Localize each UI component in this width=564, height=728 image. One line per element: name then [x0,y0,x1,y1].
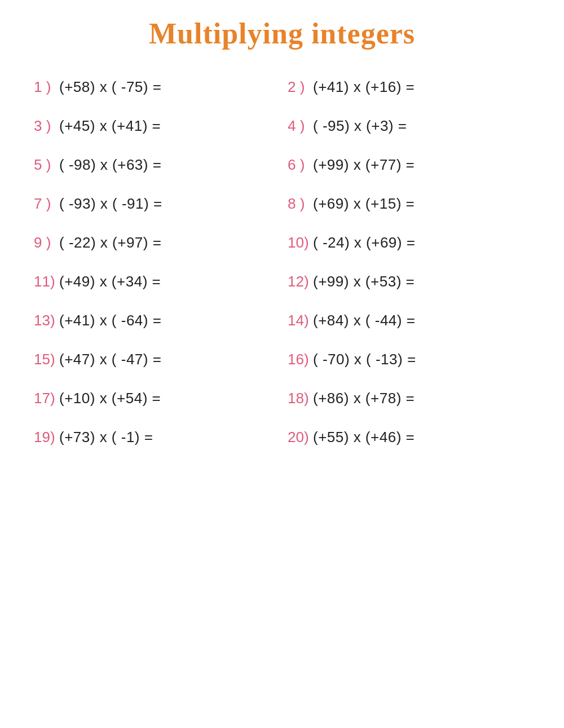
problem-expression: (+86) x (+78) = [313,390,415,407]
problem-number: 7 ) [34,195,59,213]
problem-expression: ( -93) x ( -91) = [59,195,162,213]
problem-number: 4 ) [288,117,313,135]
problem-item: 2 )(+41) x (+16) = [288,73,530,102]
problem-number: 6 ) [288,156,313,174]
problem-expression: (+99) x (+77) = [313,156,415,174]
problem-number: 10) [288,234,313,252]
problem-item: 14)(+84) x ( -44) = [288,306,530,335]
problem-item: 19)(+73) x ( -1) = [34,423,276,452]
page-title: Multiplying integers [23,11,541,50]
problem-item: 4 )( -95) x (+3) = [288,112,530,140]
problem-number: 9 ) [34,234,59,252]
problem-expression: (+47) x ( -47) = [59,351,161,368]
problem-item: 13)(+41) x ( -64) = [34,306,276,335]
problem-expression: ( -70) x ( -13) = [313,351,416,368]
problem-item: 7 )( -93) x ( -91) = [34,189,276,218]
problem-expression: (+69) x (+15) = [313,195,415,213]
problem-number: 17) [34,390,59,407]
problem-item: 10)( -24) x (+69) = [288,228,530,257]
problem-item: 5 )( -98) x (+63) = [34,151,276,179]
problem-item: 11)(+49) x (+34) = [34,267,276,296]
problem-item: 6 )(+99) x (+77) = [288,151,530,179]
problem-expression: (+58) x ( -75) = [59,78,161,96]
problem-expression: ( -95) x (+3) = [313,117,407,135]
problem-number: 20) [288,429,313,446]
problem-expression: (+41) x (+16) = [313,78,415,96]
problem-number: 15) [34,351,59,368]
problem-expression: (+73) x ( -1) = [59,429,153,446]
problem-expression: ( -22) x (+97) = [59,234,161,252]
problem-expression: (+55) x (+46) = [313,429,415,446]
problem-item: 12)(+99) x (+53) = [288,267,530,296]
problem-expression: (+49) x (+34) = [59,273,161,290]
problem-item: 8 )(+69) x (+15) = [288,189,530,218]
problem-number: 1 ) [34,78,59,96]
problem-expression: (+99) x (+53) = [313,273,415,290]
problem-number: 19) [34,429,59,446]
problem-item: 17)(+10) x (+54) = [34,384,276,413]
problem-item: 15)(+47) x ( -47) = [34,345,276,374]
problem-item: 1 )(+58) x ( -75) = [34,73,276,102]
problem-number: 8 ) [288,195,313,213]
problems-grid: 1 )(+58) x ( -75) =2 )(+41) x (+16) =3 )… [23,73,541,452]
problem-expression: (+45) x (+41) = [59,117,161,135]
problem-number: 14) [288,312,313,329]
problem-item: 16)( -70) x ( -13) = [288,345,530,374]
problem-number: 18) [288,390,313,407]
problem-expression: ( -24) x (+69) = [313,234,415,252]
problem-number: 13) [34,312,59,329]
problem-expression: (+84) x ( -44) = [313,312,415,329]
problem-expression: (+41) x ( -64) = [59,312,161,329]
problem-expression: ( -98) x (+63) = [59,156,161,174]
problem-expression: (+10) x (+54) = [59,390,161,407]
problem-number: 5 ) [34,156,59,174]
problem-number: 2 ) [288,78,313,96]
problem-item: 20)(+55) x (+46) = [288,423,530,452]
problem-item: 3 )(+45) x (+41) = [34,112,276,140]
problem-item: 18)(+86) x (+78) = [288,384,530,413]
problem-number: 3 ) [34,117,59,135]
problem-item: 9 )( -22) x (+97) = [34,228,276,257]
problem-number: 16) [288,351,313,368]
problem-number: 11) [34,273,59,290]
problem-number: 12) [288,273,313,290]
